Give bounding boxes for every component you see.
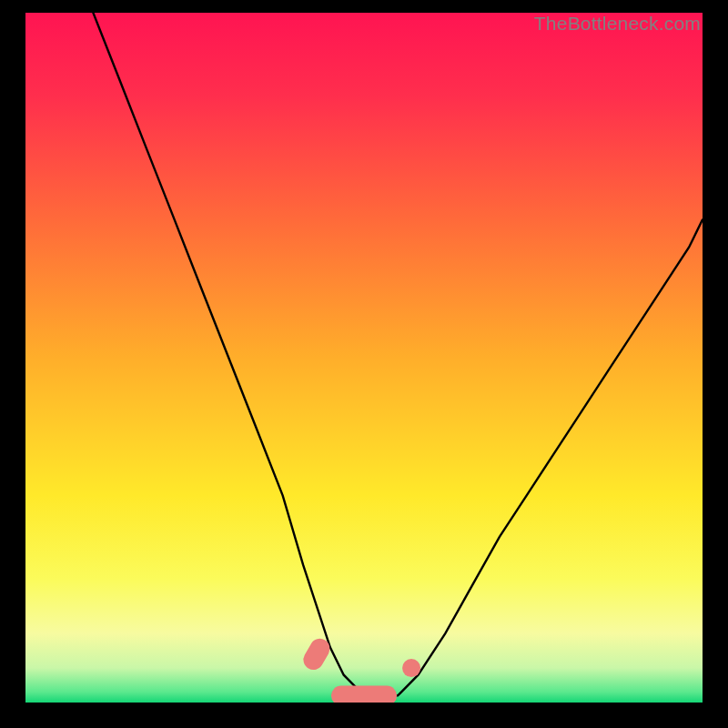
bottleneck-chart <box>25 13 703 703</box>
marker-bottom-pill <box>331 685 397 703</box>
gradient-background <box>25 13 703 703</box>
marker-right-dot <box>402 659 420 677</box>
watermark-text: TheBottleneck.com <box>534 13 701 35</box>
chart-frame <box>25 13 703 703</box>
